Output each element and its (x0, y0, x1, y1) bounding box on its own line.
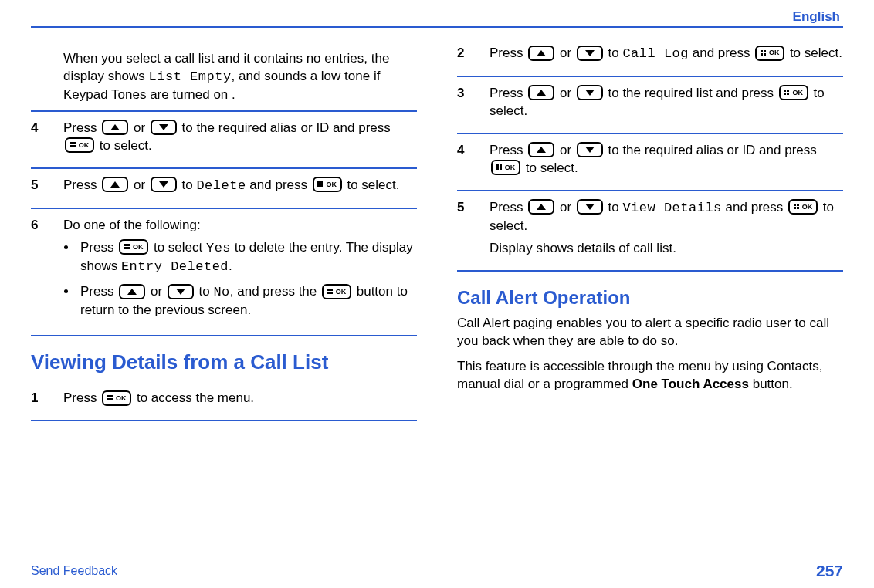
mono-text: Call Log (622, 46, 689, 61)
step-4: 4 Press or to the required alias or ID a… (457, 133, 843, 190)
text: or (151, 284, 166, 299)
content-columns: When you select a call list and it conta… (31, 37, 843, 421)
bullet-list: Press OK to select Yes to delete the ent… (63, 239, 417, 320)
down-arrow-icon (168, 284, 194, 299)
step-body: Press or to the required list and press … (490, 85, 843, 125)
mono-text: Entry Deleted (121, 259, 229, 274)
mono-text: List Empty (149, 69, 232, 84)
up-arrow-icon (528, 46, 554, 61)
text: and press (246, 177, 311, 192)
step-body: Press or to the required alias or ID and… (490, 142, 843, 182)
up-arrow-icon (102, 120, 128, 135)
text: Do one of the following: (63, 217, 417, 235)
step-body: Press or to View Details and press OK to… (490, 199, 843, 262)
text: Press (490, 46, 527, 60)
step-number: 3 (457, 85, 490, 103)
list-item: Press OK to select Yes to delete the ent… (77, 239, 417, 276)
down-arrow-icon (151, 177, 177, 192)
ok-label: OK (116, 394, 127, 403)
text: to select. (790, 46, 842, 60)
step-5: 5 Press or to Delete and press OK to sel… (31, 167, 417, 208)
text: or (134, 177, 149, 192)
body-paragraph: This feature is accessible through the m… (457, 358, 843, 394)
step-4: 4 Press or to the required alias or ID a… (31, 110, 417, 167)
step-number: 6 (31, 217, 63, 235)
text: to (608, 200, 623, 215)
text: to (182, 177, 197, 192)
ok-label: OK (792, 88, 803, 97)
step-body: Press OK to access the menu. (63, 390, 417, 412)
ok-button-icon: OK (491, 160, 520, 175)
step-body: Do one of the following: Press OK to sel… (63, 217, 417, 328)
text: Press (63, 390, 100, 405)
up-arrow-icon (102, 177, 128, 192)
text: to select (154, 240, 206, 255)
text: Press (490, 143, 527, 157)
step-number: 5 (31, 177, 63, 194)
up-arrow-icon (119, 284, 145, 299)
ok-button-icon: OK (119, 239, 148, 255)
text: Display shows details of call list. (490, 240, 843, 258)
text: to (199, 284, 214, 299)
text: to select. (100, 138, 152, 153)
ok-button-icon: OK (322, 284, 351, 299)
step-number: 2 (457, 45, 490, 63)
text: to (608, 46, 623, 60)
text: or (560, 143, 575, 157)
text: or (560, 200, 575, 215)
up-arrow-icon (528, 142, 554, 157)
text: button. (749, 377, 793, 391)
text: Press (490, 86, 527, 100)
ok-label: OK (79, 140, 90, 150)
down-arrow-icon (577, 85, 603, 100)
step-2: 2 Press or to Call Log and press OK to s… (457, 37, 843, 76)
text: Press (80, 284, 117, 299)
intro-paragraph: When you select a call list and it conta… (63, 50, 417, 104)
step-body: Press or to Call Log and press OK to sel… (490, 45, 843, 68)
ok-button-icon: OK (788, 199, 818, 215)
text: to the required alias or ID and press (608, 143, 817, 157)
text: , and press the (230, 284, 320, 299)
text: and press (722, 200, 787, 215)
text: Press (490, 200, 527, 215)
text: or (560, 46, 575, 60)
ok-label: OK (769, 48, 780, 57)
ok-label: OK (133, 242, 144, 252)
ok-button-icon: OK (755, 46, 784, 61)
text: Press (80, 240, 117, 255)
ok-label: OK (326, 180, 337, 189)
mono-text: No (213, 285, 229, 299)
body-paragraph: Call Alert paging enables you to alert a… (457, 315, 843, 350)
ok-button-icon: OK (779, 85, 808, 100)
step-1: 1 Press OK to access the menu. (31, 382, 417, 421)
ok-label: OK (336, 287, 347, 296)
language-label: English (31, 9, 843, 28)
up-arrow-icon (528, 199, 554, 215)
text: or (134, 120, 149, 135)
list-item: Press or to No, and press the OK button … (77, 283, 417, 319)
ok-button-icon: OK (313, 177, 342, 192)
ok-button-icon: OK (102, 390, 131, 406)
text: Press (63, 120, 100, 135)
up-arrow-icon (528, 85, 554, 100)
ok-label: OK (802, 202, 813, 211)
step-number: 1 (31, 390, 63, 407)
down-arrow-icon (151, 120, 177, 135)
text: and press (689, 46, 754, 60)
down-arrow-icon (577, 46, 603, 61)
section-heading: Call Alert Operation (457, 286, 843, 310)
step-number: 4 (457, 142, 490, 160)
text: . (229, 259, 232, 273)
section-heading: Viewing Details from a Call List (31, 349, 417, 376)
send-feedback-link[interactable]: Send Feedback (31, 564, 117, 578)
step-5: 5 Press or to View Details and press OK … (457, 190, 843, 272)
mono-text: Yes (206, 241, 231, 255)
left-column: When you select a call list and it conta… (31, 37, 417, 421)
text: to the required list and press (608, 86, 777, 100)
ok-button-icon: OK (65, 137, 94, 153)
step-number: 4 (31, 120, 63, 137)
text: to select. (526, 161, 578, 175)
footer: Send Feedback 257 (31, 562, 843, 580)
step-3: 3 Press or to the required list and pres… (457, 76, 843, 133)
mono-text: Delete (196, 178, 246, 193)
